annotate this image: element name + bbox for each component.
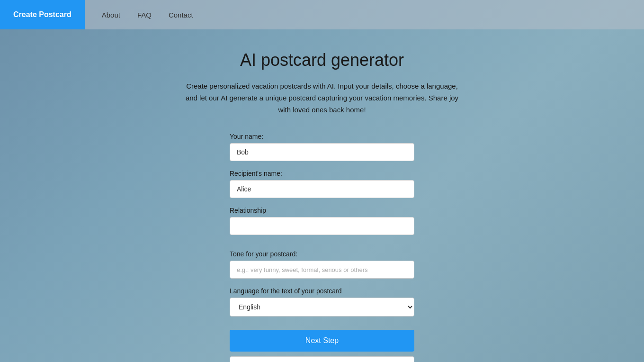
nav-link-contact[interactable]: Contact — [169, 11, 193, 19]
recipient-name-label: Recipient's name: — [230, 170, 414, 177]
nav-links: About FAQ Contact — [85, 11, 193, 19]
relationship-input[interactable] — [230, 217, 414, 235]
tone-label: Tone for your postcard: — [230, 250, 414, 258]
relationship-label: Relationship — [230, 207, 414, 214]
your-name-input[interactable] — [230, 143, 414, 161]
page-title: AI postcard generator — [240, 50, 404, 70]
navbar: Create Postcard About FAQ Contact — [0, 0, 644, 29]
language-field-group: Language for the text of your postcard E… — [230, 287, 414, 317]
nav-link-about[interactable]: About — [102, 11, 120, 19]
postcard-form: Your name: Recipient's name: Relationshi… — [230, 133, 414, 362]
spacer — [230, 244, 414, 250]
page-subtitle: Create personalized vacation postcards w… — [185, 81, 459, 116]
tone-field-group: Tone for your postcard: — [230, 250, 414, 279]
language-label: Language for the text of your postcard — [230, 287, 414, 295]
nav-link-faq[interactable]: FAQ — [137, 11, 152, 19]
recipient-name-input[interactable] — [230, 180, 414, 198]
next-step-button[interactable]: Next Step — [230, 330, 414, 352]
relationship-field-group: Relationship — [230, 207, 414, 235]
nav-brand[interactable]: Create Postcard — [0, 0, 85, 29]
your-name-field-group: Your name: — [230, 133, 414, 161]
tone-input[interactable] — [230, 261, 414, 279]
step-indicator: Step 1/4 — [230, 356, 414, 362]
main-content: AI postcard generator Create personalize… — [0, 29, 644, 362]
your-name-label: Your name: — [230, 133, 414, 140]
recipient-name-field-group: Recipient's name: — [230, 170, 414, 198]
language-select[interactable]: English Spanish French German Italian Po… — [230, 298, 414, 317]
